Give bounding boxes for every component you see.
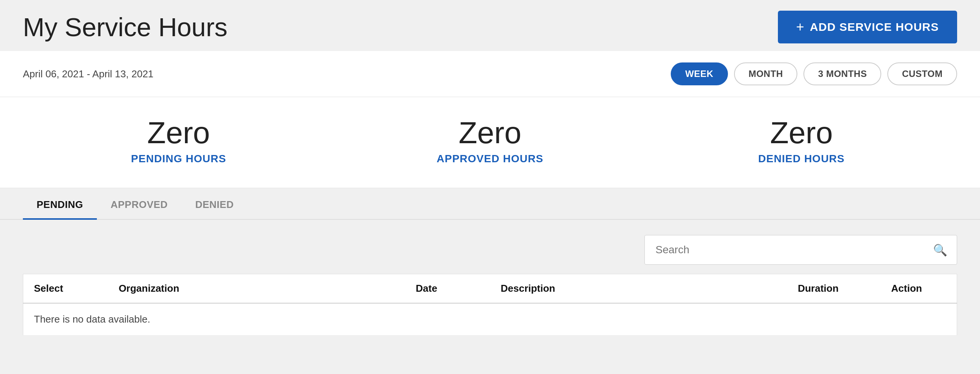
data-table: Select Organization Date Description Dur… bbox=[23, 274, 957, 336]
stat-denied-label: DENIED HOURS bbox=[646, 153, 957, 165]
page-wrapper: My Service Hours + ADD SERVICE HOURS Apr… bbox=[0, 0, 980, 374]
stats-section: Zero PENDING HOURS Zero APPROVED HOURS Z… bbox=[0, 97, 980, 188]
filter-buttons: WEEK MONTH 3 MONTHS CUSTOM bbox=[671, 62, 957, 85]
page-title: My Service Hours bbox=[23, 12, 228, 42]
col-header-duration: Duration bbox=[787, 274, 880, 304]
stat-denied: Zero DENIED HOURS bbox=[646, 116, 957, 165]
tab-pending[interactable]: PENDING bbox=[23, 188, 97, 220]
table-empty-row: There is no data available. bbox=[23, 303, 957, 336]
filter-custom-button[interactable]: CUSTOM bbox=[887, 62, 957, 85]
col-header-date: Date bbox=[405, 274, 490, 304]
table-section: 🔍 Select Organization Date Description D… bbox=[0, 220, 980, 336]
search-wrapper: 🔍 bbox=[644, 235, 957, 265]
stat-approved-label: APPROVED HOURS bbox=[334, 153, 646, 165]
plus-icon: + bbox=[796, 19, 805, 35]
filter-3months-button[interactable]: 3 MONTHS bbox=[803, 62, 881, 85]
stat-approved-value: Zero bbox=[334, 116, 646, 150]
filter-section: April 06, 2021 - April 13, 2021 WEEK MON… bbox=[0, 51, 980, 97]
header-section: My Service Hours + ADD SERVICE HOURS bbox=[0, 0, 980, 51]
filter-month-button[interactable]: MONTH bbox=[734, 62, 797, 85]
search-row: 🔍 bbox=[23, 235, 957, 265]
search-input[interactable] bbox=[644, 235, 957, 265]
tabs-section: PENDING APPROVED DENIED bbox=[0, 188, 980, 220]
date-range: April 06, 2021 - April 13, 2021 bbox=[23, 68, 154, 80]
stat-denied-value: Zero bbox=[646, 116, 957, 150]
stat-pending-label: PENDING HOURS bbox=[23, 153, 334, 165]
tab-denied[interactable]: DENIED bbox=[182, 188, 247, 220]
tab-approved[interactable]: APPROVED bbox=[97, 188, 182, 220]
add-service-hours-label: ADD SERVICE HOURS bbox=[810, 21, 939, 34]
stat-pending-value: Zero bbox=[23, 116, 334, 150]
table-header-row: Select Organization Date Description Dur… bbox=[23, 274, 957, 304]
col-header-action: Action bbox=[880, 274, 957, 304]
filter-week-button[interactable]: WEEK bbox=[671, 62, 728, 85]
col-header-description: Description bbox=[490, 274, 787, 304]
col-header-organization: Organization bbox=[108, 274, 405, 304]
col-header-select: Select bbox=[23, 274, 108, 304]
add-service-hours-button[interactable]: + ADD SERVICE HOURS bbox=[778, 11, 957, 43]
stat-pending: Zero PENDING HOURS bbox=[23, 116, 334, 165]
table-empty-message: There is no data available. bbox=[23, 303, 957, 336]
stat-approved: Zero APPROVED HOURS bbox=[334, 116, 646, 165]
